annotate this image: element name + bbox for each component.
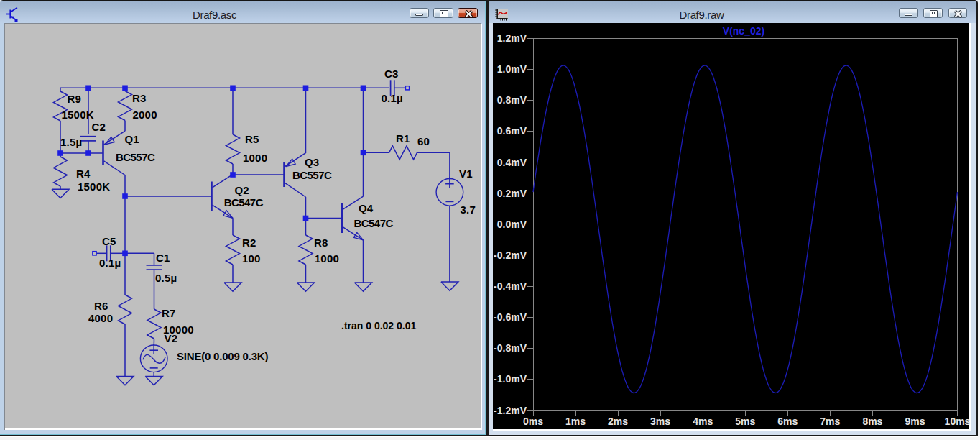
svg-text:-0.8mV: -0.8mV xyxy=(494,342,527,354)
svg-text:R7: R7 xyxy=(162,307,176,319)
svg-text:0.8mV: 0.8mV xyxy=(497,94,527,106)
svg-text:1500K: 1500K xyxy=(78,180,110,193)
svg-text:V2: V2 xyxy=(165,332,178,344)
svg-text:0.6mV: 0.6mV xyxy=(497,125,527,137)
svg-text:Q3: Q3 xyxy=(305,156,319,168)
svg-text:Q1: Q1 xyxy=(125,133,139,145)
svg-text:C3: C3 xyxy=(384,68,399,80)
svg-text:60: 60 xyxy=(417,135,430,147)
svg-text:R2: R2 xyxy=(242,237,256,249)
svg-text:Q4: Q4 xyxy=(359,202,374,214)
svg-text:-1.0mV: -1.0mV xyxy=(494,373,527,385)
svg-text:R4: R4 xyxy=(76,168,91,180)
svg-text:2ms: 2ms xyxy=(608,416,628,427)
svg-text:C2: C2 xyxy=(92,121,106,133)
svg-text:V1: V1 xyxy=(459,168,473,180)
svg-text:1000: 1000 xyxy=(315,252,339,265)
svg-text:BC547C: BC547C xyxy=(354,217,394,229)
svg-text:1500K: 1500K xyxy=(62,109,94,121)
svg-text:3.7: 3.7 xyxy=(461,203,476,216)
svg-text:BC557C: BC557C xyxy=(292,169,332,181)
svg-text:-0.2mV: -0.2mV xyxy=(494,249,527,261)
svg-text:4000: 4000 xyxy=(88,312,113,324)
svg-text:BC557C: BC557C xyxy=(116,151,155,163)
svg-text:SINE(0 0.009 0.3K): SINE(0 0.009 0.3K) xyxy=(177,350,269,362)
svg-text:C1: C1 xyxy=(156,252,170,264)
svg-text:R5: R5 xyxy=(245,133,259,145)
svg-text:5ms: 5ms xyxy=(735,416,755,427)
svg-text:R1: R1 xyxy=(396,132,410,145)
svg-text:C5: C5 xyxy=(102,235,116,247)
svg-text:R8: R8 xyxy=(314,237,328,249)
svg-text:R6: R6 xyxy=(94,300,108,312)
svg-text:0.5µ: 0.5µ xyxy=(155,272,177,284)
svg-text:0.0mV: 0.0mV xyxy=(497,219,527,230)
svg-text:9ms: 9ms xyxy=(905,416,925,427)
svg-text:R3: R3 xyxy=(132,92,147,104)
svg-text:8ms: 8ms xyxy=(862,416,882,427)
svg-text:1000: 1000 xyxy=(243,152,267,164)
svg-text:100: 100 xyxy=(242,252,261,265)
svg-text:R9: R9 xyxy=(68,93,82,105)
svg-text:1ms: 1ms xyxy=(565,416,586,427)
svg-text:-1.2mV: -1.2mV xyxy=(494,405,527,416)
svg-text:0.2mV: 0.2mV xyxy=(497,188,527,199)
svg-text:10ms: 10ms xyxy=(945,416,971,427)
svg-text:BC547C: BC547C xyxy=(224,196,264,208)
svg-text:-0.6mV: -0.6mV xyxy=(494,311,527,323)
svg-text:4ms: 4ms xyxy=(693,416,713,427)
svg-text:0ms: 0ms xyxy=(523,416,543,427)
svg-text:0.4mV: 0.4mV xyxy=(497,157,527,168)
svg-text:7ms: 7ms xyxy=(820,416,840,427)
svg-text:0.1µ: 0.1µ xyxy=(99,257,121,269)
svg-text:1.5µ: 1.5µ xyxy=(60,136,82,148)
svg-text:2000: 2000 xyxy=(133,109,157,121)
svg-text:0.1µ: 0.1µ xyxy=(382,92,403,104)
svg-text:Q2: Q2 xyxy=(235,184,249,196)
svg-text:V(nc_02): V(nc_02) xyxy=(723,25,764,37)
svg-text:6ms: 6ms xyxy=(777,416,798,427)
svg-text:.tran 0 0.02 0.01: .tran 0 0.02 0.01 xyxy=(341,320,417,331)
svg-text:1.0mV: 1.0mV xyxy=(497,63,527,75)
svg-text:1.2mV: 1.2mV xyxy=(497,32,527,44)
svg-text:3ms: 3ms xyxy=(650,416,670,427)
svg-text:-0.4mV: -0.4mV xyxy=(494,280,527,292)
